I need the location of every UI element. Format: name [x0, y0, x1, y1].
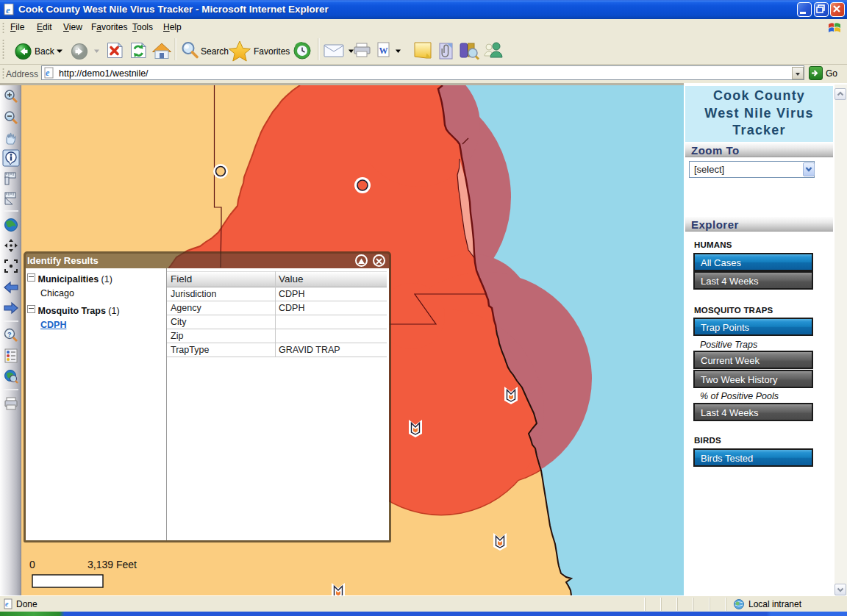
svg-text:?: ? — [7, 331, 12, 338]
svg-text:Back: Back — [35, 46, 55, 57]
svg-text:3,139 Feet: 3,139 Feet — [87, 559, 137, 570]
svg-text:e: e — [6, 4, 10, 15]
svg-text:e: e — [5, 600, 9, 608]
svg-text:W: W — [379, 46, 388, 56]
svg-text:0: 0 — [29, 559, 35, 570]
svg-text:e: e — [46, 68, 50, 78]
svg-text:Favorites: Favorites — [254, 46, 290, 57]
svg-text:Search: Search — [201, 46, 229, 57]
